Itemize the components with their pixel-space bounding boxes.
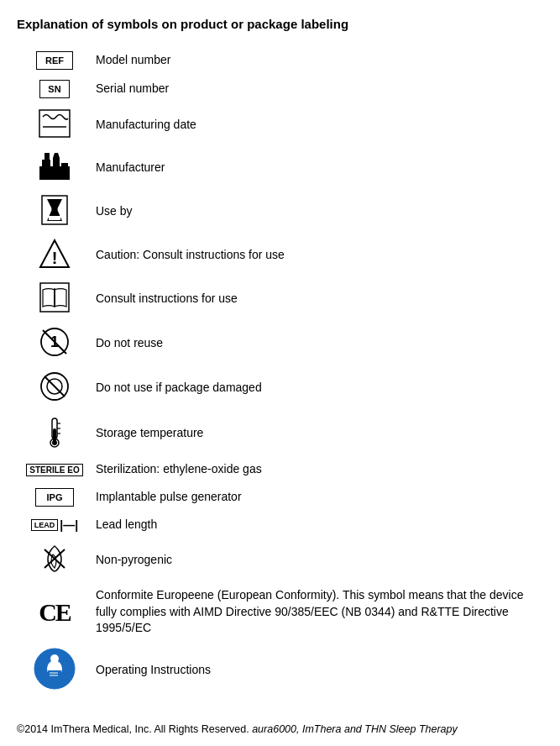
- description-cell-ce: Conformite Europeene (European Conformit…: [92, 582, 535, 642]
- operating-instructions-icon: [33, 647, 76, 691]
- icon-cell-ipg: IPG: [17, 483, 92, 512]
- description-cell-manufacturer: Manufacturer: [92, 146, 535, 189]
- symbols-table: REF Model number SN Serial number Manufa…: [17, 46, 535, 698]
- list-item: 1 Do not reuse: [17, 321, 535, 365]
- footer: ©2014 ImThera Medical, Inc. All Rights R…: [17, 723, 535, 735]
- svg-text:!: !: [52, 249, 58, 267]
- svg-marker-6: [53, 153, 60, 158]
- description-cell-ref: Model number: [92, 46, 535, 75]
- svg-rect-0: [39, 110, 70, 137]
- description-cell-do-not-use-damaged: Do not use if package damaged: [92, 365, 535, 410]
- manufacturer-icon: [38, 151, 71, 181]
- list-item: Operating Instructions: [17, 642, 535, 698]
- description-cell-lead-length: Lead length: [92, 512, 535, 538]
- icon-cell-manufacturer: [17, 146, 92, 189]
- svg-rect-3: [42, 160, 50, 166]
- list-item: Do not use if package damaged: [17, 365, 535, 410]
- description-cell-operating-instructions: Operating Instructions: [92, 642, 535, 698]
- mfg-date-icon: [38, 108, 71, 139]
- description-cell-consult: Consult instructions for use: [92, 276, 535, 321]
- description-cell-non-pyrogenic: Non-pyrogenic: [92, 538, 535, 582]
- lead-length-icon: LEAD |—|: [31, 518, 78, 532]
- caution-icon: !: [39, 239, 71, 269]
- sterile-eo-icon: STERILE EO: [26, 464, 82, 476]
- icon-cell-operating-instructions: [17, 642, 92, 698]
- ipg-icon: IPG: [35, 488, 74, 507]
- description-cell-ipg: Implantable pulse generator: [92, 483, 535, 512]
- list-item: Manufacturing date: [17, 103, 535, 146]
- icon-cell-sterile-eo: STERILE EO: [17, 456, 92, 483]
- use-by-icon: [40, 194, 69, 226]
- icon-cell-storage-temp: [17, 410, 92, 456]
- list-item: STERILE EO Sterilization: ethylene-oxide…: [17, 456, 535, 483]
- icon-cell-ce: CE: [17, 582, 92, 642]
- icon-cell-do-not-use-damaged: [17, 365, 92, 410]
- list-item: IPG Implantable pulse generator: [17, 483, 535, 512]
- ce-icon: CE: [20, 598, 89, 627]
- icon-cell-caution: !: [17, 234, 92, 276]
- description-cell-storage-temp: Storage temperature: [92, 410, 535, 456]
- ref-icon: REF: [36, 51, 73, 70]
- svg-rect-7: [61, 163, 68, 166]
- icon-cell-non-pyrogenic: [17, 538, 92, 582]
- list-item: Manufacturer: [17, 146, 535, 189]
- icon-cell-do-not-reuse: 1: [17, 321, 92, 365]
- icon-cell-use-by: [17, 189, 92, 234]
- icon-cell-ref: REF: [17, 46, 92, 75]
- storage-temp-icon: [42, 415, 67, 449]
- list-item: Non-pyrogenic: [17, 538, 535, 582]
- svg-rect-5: [53, 158, 60, 166]
- do-not-reuse-icon: 1: [39, 326, 71, 358]
- list-item: i Consult instructions for use: [17, 276, 535, 321]
- description-cell-mfg-date: Manufacturing date: [92, 103, 535, 146]
- list-item: Storage temperature: [17, 410, 535, 456]
- svg-text:i: i: [53, 293, 55, 303]
- page-title: Explanation of symbols on product or pac…: [17, 17, 535, 31]
- svg-rect-10: [49, 216, 60, 220]
- icon-cell-lead-length: LEAD |—|: [17, 512, 92, 538]
- list-item: CE Conformite Europeene (European Confor…: [17, 582, 535, 642]
- svg-rect-2: [39, 166, 70, 180]
- list-item: ! Caution: Consult instructions for use: [17, 234, 535, 276]
- do-not-use-damaged-icon: [39, 370, 71, 402]
- list-item: SN Serial number: [17, 75, 535, 103]
- description-cell-caution: Caution: Consult instructions for use: [92, 234, 535, 276]
- svg-marker-4: [44, 153, 50, 160]
- description-cell-sn: Serial number: [92, 75, 535, 103]
- description-cell-do-not-reuse: Do not reuse: [92, 321, 535, 365]
- list-item: REF Model number: [17, 46, 535, 75]
- list-item: LEAD |—| Lead length: [17, 512, 535, 538]
- icon-cell-sn: SN: [17, 75, 92, 103]
- list-item: Use by: [17, 189, 535, 234]
- consult-icon: i: [39, 281, 71, 313]
- non-pyrogenic-icon: [38, 543, 71, 575]
- description-cell-sterile-eo: Sterilization: ethylene-oxide gas: [92, 456, 535, 483]
- description-cell-use-by: Use by: [92, 189, 535, 234]
- svg-point-26: [52, 440, 57, 445]
- icon-cell-mfg-date: [17, 103, 92, 146]
- icon-cell-consult: i: [17, 276, 92, 321]
- svg-rect-35: [48, 670, 61, 679]
- sn-icon: SN: [39, 80, 70, 98]
